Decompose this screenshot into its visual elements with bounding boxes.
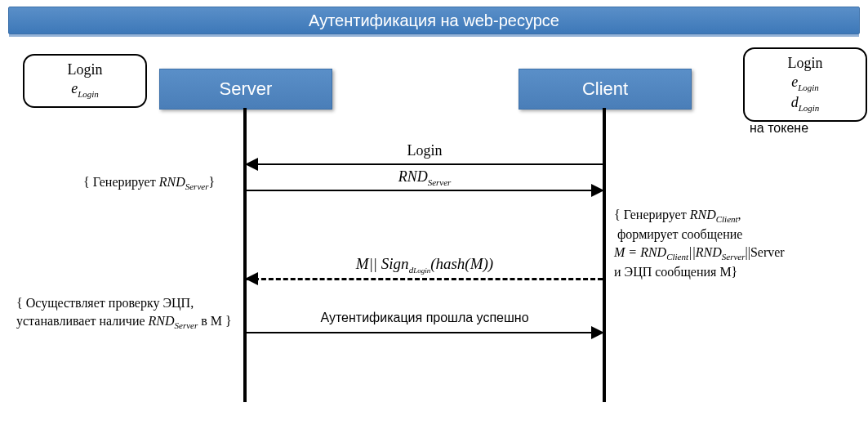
diagram-title: Аутентификация на web-ресурсе: [8, 7, 860, 34]
msg-login-label: Login: [247, 142, 603, 159]
server-knows-login: Login: [36, 60, 134, 79]
arrow-dashed-line: [247, 278, 603, 280]
arrow-line: [247, 332, 603, 333]
arrow-right-icon: [591, 326, 604, 339]
client-knows-login: Login: [756, 54, 854, 73]
note-client-generates: { Генерирует RNDClient, формирует сообще…: [614, 206, 859, 280]
msg-auth-success-label: Аутентификация прошла успешно: [247, 311, 603, 325]
client-knows-d-login: dLogin: [756, 93, 854, 114]
token-note: на токене: [750, 121, 808, 136]
participant-server: Server: [159, 69, 332, 110]
participant-client: Client: [519, 69, 692, 110]
client-knowledge-box: Login eLogin dLogin: [743, 47, 867, 122]
sequence-diagram: Аутентификация на web-ресурсе Login eLog…: [0, 0, 868, 425]
note-server-verify: { Осуществляет проверку ЭЦП, устанавлива…: [16, 294, 245, 332]
server-knows-e-login: eLogin: [36, 79, 134, 100]
note-server-generates: { Генерирует RNDServer}: [83, 173, 215, 193]
arrow-line: [247, 163, 603, 165]
title-text: Аутентификация на web-ресурсе: [309, 11, 559, 30]
lifeline-client: [603, 108, 606, 402]
arrow-line: [247, 190, 603, 191]
msg-rnd-server-label: RNDServer: [247, 168, 603, 187]
server-knowledge-box: Login eLogin: [23, 54, 147, 108]
client-knows-e-login: eLogin: [756, 73, 854, 93]
msg-signed-m-label: M|| SigndLogin(hash(M)): [247, 255, 603, 275]
